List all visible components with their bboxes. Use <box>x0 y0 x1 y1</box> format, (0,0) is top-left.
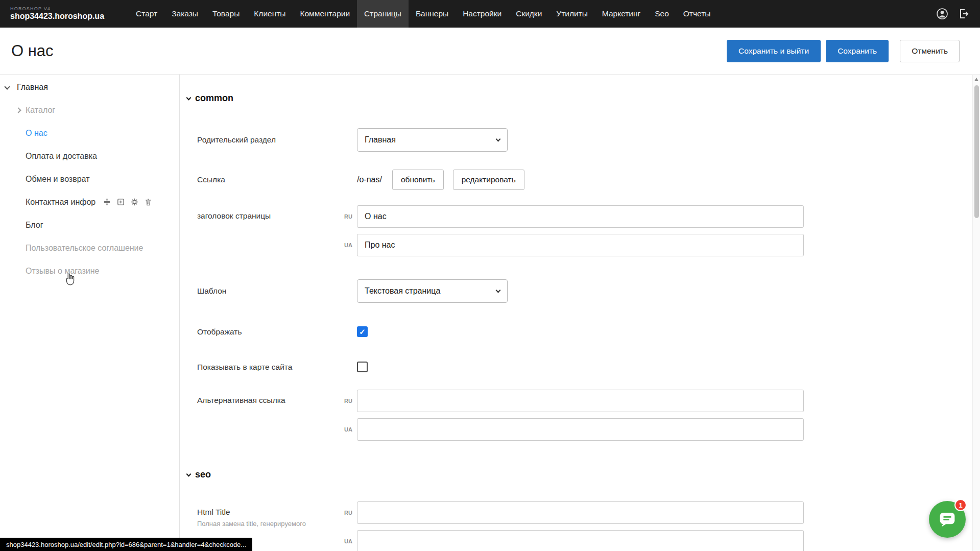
template-select[interactable]: Текстовая страница <box>357 279 508 303</box>
html-title-hint: Полная замена title, генерируемого <box>197 520 335 528</box>
logout-icon[interactable] <box>958 8 970 20</box>
parent-section-select[interactable]: Главная <box>357 128 508 152</box>
sidebar-item-blog[interactable]: Блог <box>0 213 179 236</box>
alt-link-ru-input[interactable] <box>357 390 804 412</box>
page-header: О нас Сохранить и выйти Сохранить Отмени… <box>0 28 980 75</box>
nav-item-marketing[interactable]: Маркетинг <box>595 0 648 28</box>
sitemap-checkbox[interactable] <box>357 362 368 372</box>
brand-version: HOROSHOP V4 <box>10 7 104 12</box>
nav-item-pages[interactable]: Страницы <box>357 0 409 28</box>
html-title-ua-input[interactable] <box>357 530 804 551</box>
delete-trash-icon[interactable] <box>144 198 153 206</box>
settings-gear-icon[interactable] <box>130 198 139 206</box>
chat-widget-button[interactable]: 1 <box>929 501 966 538</box>
sidebar-item-otzyvy[interactable]: Отзывы о магазине <box>0 259 179 282</box>
nav-item-reports[interactable]: Отчеты <box>676 0 718 28</box>
chevron-right-icon[interactable] <box>15 107 21 113</box>
chevron-down-icon <box>186 95 192 100</box>
page-edit-form: common Родительский раздел Главная Ссылк… <box>180 75 980 551</box>
lang-tag-ru: RU <box>337 398 352 404</box>
nav-item-clients[interactable]: Клиенты <box>247 0 293 28</box>
html-title-label: Html Title <box>197 508 337 517</box>
brand-logo[interactable]: HOROSHOP V4 shop34423.horoshop.ua <box>10 7 104 20</box>
refresh-link-button[interactable]: обновить <box>392 170 444 190</box>
move-icon[interactable] <box>103 198 111 206</box>
lang-tag-ua: UA <box>337 426 352 433</box>
html-title-ru-input[interactable] <box>357 501 804 524</box>
page-title-ua-input[interactable] <box>357 234 804 256</box>
nav-item-seo[interactable]: Seo <box>648 0 676 28</box>
nav-item-settings[interactable]: Настройки <box>456 0 509 28</box>
alt-link-label: Альтернативная ссылка <box>197 390 337 405</box>
link-path: /o-nas/ <box>357 175 382 184</box>
link-label: Ссылка <box>197 175 357 184</box>
nav-item-discounts[interactable]: Скидки <box>509 0 549 28</box>
top-bar: HOROSHOP V4 shop34423.horoshop.ua Старт … <box>0 0 980 28</box>
scrollbar-thumb[interactable] <box>974 85 979 218</box>
page-title-ru-input[interactable] <box>357 205 804 228</box>
nav-item-banners[interactable]: Баннеры <box>409 0 456 28</box>
chat-unread-badge: 1 <box>954 499 967 511</box>
chevron-down-icon <box>496 137 501 142</box>
template-label: Шаблон <box>197 286 357 296</box>
account-icon[interactable] <box>936 8 948 20</box>
brand-domain: shop34423.horoshop.ua <box>10 12 104 21</box>
alt-link-ua-input[interactable] <box>357 418 804 441</box>
page-title: О нас <box>11 42 54 60</box>
display-label: Отображать <box>197 327 357 337</box>
sidebar-item-soglashenie[interactable]: Пользовательское соглашение <box>0 236 179 259</box>
chevron-down-icon <box>186 471 192 476</box>
lang-tag-ru: RU <box>337 213 352 220</box>
nav-item-products[interactable]: Товары <box>205 0 247 28</box>
chevron-down-icon[interactable] <box>4 84 10 89</box>
parent-section-label: Родительский раздел <box>197 135 357 145</box>
sidebar-item-glavnaya[interactable]: Главная <box>0 76 179 99</box>
vertical-scrollbar <box>972 75 980 551</box>
page-title-label: заголовок страницы <box>197 205 337 221</box>
lang-tag-ua: UA <box>337 538 352 544</box>
status-bar-url: shop34423.horoshop.ua/edit/edit.php?id=6… <box>0 538 252 551</box>
add-page-icon[interactable] <box>116 198 125 206</box>
pages-tree-sidebar: Главная Каталог О нас Оплата и доставка … <box>0 75 180 551</box>
sidebar-item-obmen[interactable]: Обмен и возврат <box>0 167 179 190</box>
sidebar-item-o-nas[interactable]: О нас <box>0 122 179 145</box>
chevron-down-icon <box>496 288 501 293</box>
scroll-up-arrow[interactable] <box>974 78 978 81</box>
lang-tag-ru: RU <box>337 510 352 516</box>
main-nav: Старт Заказы Товары Клиенты Комментарии … <box>129 0 930 28</box>
cancel-button[interactable]: Отменить <box>900 40 960 62</box>
save-and-exit-button[interactable]: Сохранить и выйти <box>727 40 821 62</box>
nav-item-start[interactable]: Старт <box>129 0 164 28</box>
lang-tag-ua: UA <box>337 242 352 248</box>
display-checkbox[interactable] <box>357 326 368 337</box>
sidebar-item-katalog[interactable]: Каталог <box>0 99 179 122</box>
nav-item-utilities[interactable]: Утилиты <box>549 0 595 28</box>
chat-bubble-icon <box>939 511 956 528</box>
save-button[interactable]: Сохранить <box>826 40 889 62</box>
section-seo[interactable]: seo <box>187 469 980 480</box>
edit-link-button[interactable]: редактировать <box>453 170 524 190</box>
sidebar-item-oplata[interactable]: Оплата и доставка <box>0 145 179 167</box>
sitemap-label: Показывать в карте сайта <box>197 363 357 372</box>
section-common[interactable]: common <box>187 93 980 104</box>
nav-item-orders[interactable]: Заказы <box>164 0 205 28</box>
nav-item-comments[interactable]: Комментарии <box>293 0 357 28</box>
sidebar-item-kontaktnaya[interactable]: Контактная инфор <box>0 190 179 213</box>
